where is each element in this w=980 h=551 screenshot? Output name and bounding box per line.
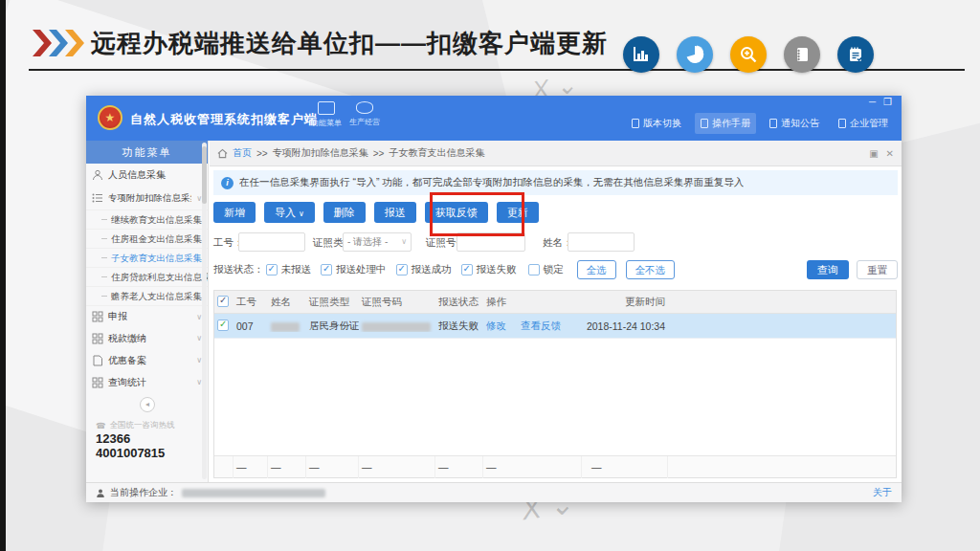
sidebar-item-special-deduction[interactable]: 专项附加扣除信息采集 ∨: [86, 187, 208, 209]
import-button[interactable]: 导入∨: [264, 202, 315, 223]
col-header-id-type: 证照类型: [306, 296, 359, 309]
scrollbar-thumb[interactable]: [202, 146, 207, 204]
link-label: 企业管理: [850, 117, 888, 130]
checkbox-label: 报送处理中: [336, 263, 387, 276]
sidebar-item-label: 查询统计: [108, 376, 146, 389]
edit-link[interactable]: 修改: [486, 320, 506, 331]
notebook-icon[interactable]: [784, 36, 820, 73]
menu-production-button[interactable]: 生产经营: [343, 101, 387, 127]
info-banner-text: 在任一信息采集界面执行 “导入” 功能，都可完成全部专项附加扣除信息的采集，无需…: [239, 176, 744, 189]
breadcrumb-level1[interactable]: 专项附加扣除信息采集: [273, 146, 368, 160]
hotline-number-1: 12366: [96, 431, 175, 446]
checkbox-failed[interactable]: 报送失败: [461, 263, 517, 276]
doc-icon: [701, 119, 708, 128]
button-label: 全选: [587, 264, 607, 276]
info-icon: i: [221, 177, 234, 189]
cell-actions: 修改 查看反馈: [483, 320, 582, 333]
select-all-button[interactable]: 全选: [577, 260, 616, 279]
table-row[interactable]: 007 居民身份证 报送失败 修改 查看反馈 2018-11-24 10:34: [214, 314, 896, 339]
checkbox-success[interactable]: 报送成功: [396, 263, 452, 276]
national-emblem-icon: ★: [98, 105, 122, 130]
col-header-action: 操作: [483, 296, 582, 309]
update-button[interactable]: 更新: [497, 202, 539, 223]
checkbox-locked[interactable]: 锁定: [528, 263, 564, 276]
query-button[interactable]: 查询: [807, 260, 849, 279]
filter-row-1: 工号： 证照类型： - 请选择 -∨ 证照号码： 姓名：: [210, 232, 902, 253]
link-operation-manual[interactable]: 操作手册: [695, 113, 756, 134]
panel-close-icon[interactable]: ✕: [886, 148, 894, 159]
link-version-switch[interactable]: 版本切换: [626, 113, 687, 134]
cell-updated: 2018-11-24 10:34: [582, 320, 668, 332]
submit-button[interactable]: 报送: [374, 202, 416, 223]
clipboard-check-icon[interactable]: [837, 36, 874, 73]
delete-button[interactable]: 删除: [323, 202, 366, 223]
doc-icon: [769, 119, 777, 128]
checkbox-not-submitted[interactable]: 未报送: [266, 263, 312, 276]
magnifier-plus-icon[interactable]: [730, 36, 767, 73]
sidebar-item-query-statistics[interactable]: 查询统计 ∨: [86, 371, 208, 393]
sidebar-item-label: 人员信息采集: [108, 168, 166, 182]
sidebar-collapse-button[interactable]: ◂: [140, 397, 155, 412]
link-enterprise-mgmt[interactable]: 企业管理: [833, 113, 894, 134]
view-feedback-link[interactable]: 查看反馈: [521, 320, 561, 331]
enterprise-name-redacted: [182, 489, 325, 497]
summary-dash: —: [234, 456, 268, 478]
about-link[interactable]: 关于: [873, 486, 892, 499]
summary-dash: —: [306, 456, 359, 478]
checkbox-processing[interactable]: 报送处理中: [321, 263, 387, 276]
slide: 远程办税端推送给单位扣——扣缴客户端更新 X ⌄ X ⌄ ★ 自然人税收管理系统…: [0, 0, 980, 551]
toolbar: 新增 导入∨ 删除 报送 获取反馈 更新: [213, 202, 539, 223]
sidebar-subitem-housing-rent[interactable]: 住房租金支出信息采集: [86, 229, 208, 248]
get-feedback-button[interactable]: 获取反馈: [425, 202, 488, 223]
link-notice[interactable]: 通知公告: [764, 113, 825, 134]
link-label: 通知公告: [781, 117, 819, 130]
sidebar-scrollbar[interactable]: [202, 143, 207, 479]
hotline-number-2: 4001007815: [96, 446, 175, 460]
sidebar-subitem-child-education[interactable]: 子女教育支出信息采集: [86, 248, 208, 267]
sidebar-subitem-continuing-education[interactable]: 继续教育支出信息采集: [86, 209, 208, 229]
job-no-input[interactable]: [238, 232, 305, 252]
panel-pin-icon[interactable]: ▣: [869, 148, 878, 159]
app-title: 自然人税收管理系统扣缴客户端: [130, 111, 318, 128]
checkbox-label: 未报送: [281, 263, 312, 276]
table-summary-row: — — — — — — —: [214, 455, 896, 477]
reset-button[interactable]: 重置: [857, 260, 898, 279]
checkbox-icon: [396, 264, 408, 276]
person-icon: [96, 488, 105, 498]
checkbox-icon: [528, 264, 540, 276]
main-panel: 首页 >> 专项附加扣除信息采集 >> 子女教育支出信息采集 ▣ ✕ i 在任一…: [210, 141, 902, 482]
select-all-checkbox[interactable]: [217, 296, 229, 307]
chevron-down-icon: ∨: [401, 233, 407, 251]
sidebar-subitem-housing-loan[interactable]: 住房贷款利息支出信息采集: [86, 267, 208, 286]
summary-dash: —: [268, 456, 306, 478]
window-controls: ─ ❐: [869, 97, 892, 107]
button-label: 新增: [224, 207, 245, 218]
button-label: 报送: [385, 207, 406, 218]
sidebar: 功能菜单 人员信息采集 专项附加扣除信息采集 ∨ 继续教育支出信息采集 住房租金…: [86, 141, 209, 482]
col-header-name: 姓名: [268, 296, 306, 309]
add-button[interactable]: 新增: [213, 202, 256, 223]
cell-id-no-redacted: [359, 320, 435, 331]
select-none-button[interactable]: 全不选: [626, 260, 676, 279]
minimize-button[interactable]: ─: [869, 97, 876, 107]
pie-chart-icon[interactable]: [677, 36, 713, 73]
sidebar-item-person-info[interactable]: 人员信息采集: [86, 164, 208, 187]
sidebar-item-tax-payment[interactable]: 税款缴纳 ∨: [86, 327, 208, 349]
button-label: 全不选: [635, 264, 666, 276]
sidebar-item-preferential-filing[interactable]: 优惠备案 ∨: [86, 349, 208, 371]
sidebar-item-declare[interactable]: 申报 ∨: [86, 305, 208, 327]
slide-left-edge-bar: [0, 0, 6, 551]
breadcrumb-home[interactable]: 首页: [233, 146, 252, 160]
bar-chart-icon[interactable]: [623, 36, 659, 73]
triple-chevron-icon: [33, 29, 84, 57]
id-type-select[interactable]: - 请选择 -∨: [343, 232, 412, 252]
status-label: 报送状态：: [213, 263, 264, 276]
home-icon: [217, 148, 228, 159]
list-icon: [92, 192, 103, 204]
id-no-input[interactable]: [457, 232, 525, 252]
sidebar-subitem-elderly-support[interactable]: 赡养老人支出信息采集: [86, 286, 208, 305]
restore-button[interactable]: ❐: [883, 97, 892, 107]
row-checkbox[interactable]: [217, 320, 229, 331]
checkbox-label: 报送失败: [477, 263, 517, 276]
name-input[interactable]: [568, 232, 635, 252]
